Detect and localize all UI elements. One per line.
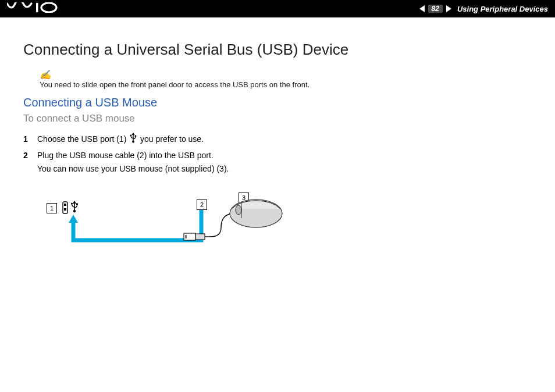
svg-point-1: [41, 3, 56, 12]
vaio-logo-svg: [7, 2, 59, 13]
step-text-after: you prefer to use.: [140, 134, 204, 144]
note-text: You need to slide open the front panel d…: [40, 80, 309, 89]
header-right: 82 Using Peripheral Devices: [419, 5, 548, 13]
svg-marker-15: [69, 215, 78, 223]
step-text: Choose the USB port (1) you prefer to us…: [37, 133, 532, 147]
svg-rect-6: [135, 136, 137, 137]
usb-trident-icon: [130, 133, 137, 147]
step-number: 1: [23, 133, 37, 147]
svg-rect-14: [76, 204, 78, 205]
note-icon: ✍: [40, 69, 51, 80]
vaio-logo: [7, 2, 59, 16]
svg-rect-0: [36, 3, 38, 12]
steps-list: 1 Choose the USB port (1) you prefer to …: [23, 133, 532, 175]
nav-next-icon[interactable]: [446, 5, 451, 12]
note: ✍ You need to slide open the front panel…: [40, 69, 532, 89]
svg-rect-8: [64, 204, 66, 206]
svg-marker-12: [73, 201, 76, 204]
step-text-before: Choose the USB port (1): [37, 134, 129, 144]
svg-marker-4: [132, 133, 135, 135]
svg-rect-9: [64, 208, 66, 211]
svg-point-13: [71, 203, 73, 205]
step-2: 2 Plug the USB mouse cable (2) into the …: [23, 149, 532, 175]
nav-prev-icon[interactable]: [419, 5, 425, 12]
step-text: Plug the USB mouse cable (2) into the US…: [37, 149, 532, 175]
task-heading: To connect a USB mouse: [23, 113, 532, 124]
svg-rect-17: [185, 235, 187, 238]
step-1: 1 Choose the USB port (1) you prefer to …: [23, 133, 532, 147]
step-text-before: Plug the USB mouse cable (2) into the US…: [37, 151, 229, 173]
step-number: 2: [23, 149, 37, 175]
content-area: Connecting a Universal Serial Bus (USB) …: [0, 17, 555, 262]
header-bar: 82 Using Peripheral Devices: [0, 0, 555, 17]
page-number: 82: [428, 5, 443, 13]
svg-point-22: [236, 205, 241, 215]
svg-rect-18: [195, 234, 205, 240]
page-title: Connecting a Universal Serial Bus (USB) …: [23, 41, 532, 59]
usb-mouse-figure: 1 2 3: [47, 193, 297, 262]
section-label: Using Peripheral Devices: [457, 5, 548, 13]
figure-svg: [47, 193, 297, 262]
svg-point-5: [130, 135, 132, 137]
subsection-heading: Connecting a USB Mouse: [23, 96, 532, 109]
